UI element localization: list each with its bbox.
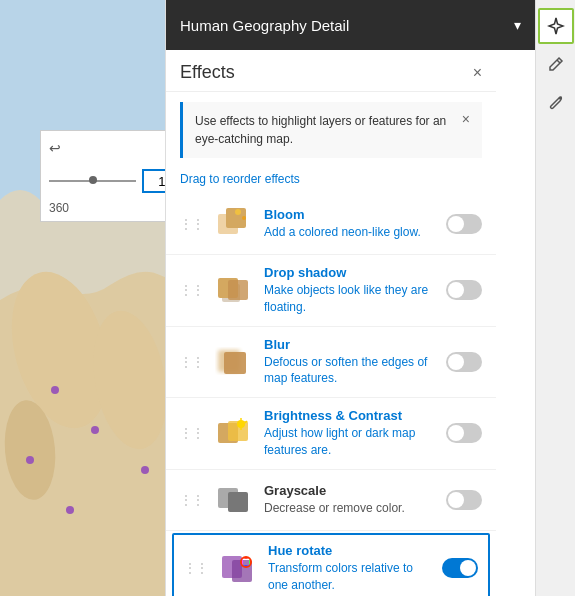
effect-item-blur: ⋮⋮ Blur Defocus or soften the edges of m…: [166, 327, 496, 399]
dropshadow-desc: Make objects look like they are floating…: [264, 282, 436, 316]
effects-info-bar: Use effects to highlight layers or featu…: [180, 102, 482, 158]
grayscale-name: Grayscale: [264, 483, 436, 498]
settings-sidebar-button[interactable]: [538, 84, 574, 120]
effects-sidebar-button[interactable]: [538, 8, 574, 44]
bloom-toggle[interactable]: [446, 214, 482, 234]
panel-header: Human Geography Detail ▾: [166, 0, 535, 50]
effect-item-hue: ⋮⋮ Hue ro: [172, 533, 490, 596]
drag-handle-bloom[interactable]: ⋮⋮: [180, 217, 204, 231]
brightness-info: Brightness & Contrast Adjust how light o…: [264, 408, 436, 459]
effect-item-grayscale: ⋮⋮ Grayscale Decrease or remove color.: [166, 470, 496, 531]
effects-title: Effects: [180, 62, 235, 83]
svg-point-4: [51, 386, 59, 394]
blur-desc: Defocus or soften the edges of map featu…: [264, 354, 436, 388]
brightness-name: Brightness & Contrast: [264, 408, 436, 423]
blur-name: Blur: [264, 337, 436, 352]
grayscale-info: Grayscale Decrease or remove color.: [264, 483, 436, 517]
brightness-icon: [214, 413, 254, 453]
effects-panel: Effects × Use effects to highlight layer…: [166, 50, 496, 596]
svg-rect-28: [228, 492, 248, 512]
bloom-name: Bloom: [264, 207, 436, 222]
grayscale-icon: [214, 480, 254, 520]
brightness-desc: Adjust how light or dark map features ar…: [264, 425, 436, 459]
drag-handle-dropshadow[interactable]: ⋮⋮: [180, 283, 204, 297]
main-panel: Human Geography Detail ▾ Effects × Use e…: [165, 0, 535, 596]
wrench-icon: [548, 94, 564, 110]
blur-toggle[interactable]: [446, 352, 482, 372]
brightness-toggle[interactable]: [446, 423, 482, 443]
effects-header: Effects ×: [166, 50, 496, 92]
bloom-icon: [214, 204, 254, 244]
effects-close-button[interactable]: ×: [473, 65, 482, 81]
effects-info-text: Use effects to highlight layers or featu…: [195, 112, 454, 148]
svg-point-8: [66, 506, 74, 514]
svg-point-14: [235, 209, 241, 215]
dropshadow-icon: [214, 270, 254, 310]
pencil-icon: [548, 56, 564, 72]
svg-marker-9: [549, 18, 563, 34]
effects-list: ⋮⋮ Bloom Add a colored neon-like glow.: [166, 194, 496, 596]
grayscale-toggle[interactable]: [446, 490, 482, 510]
dropshadow-name: Drop shadow: [264, 265, 436, 280]
drag-handle-brightness[interactable]: ⋮⋮: [180, 426, 204, 440]
svg-rect-20: [224, 352, 246, 374]
dropshadow-toggle[interactable]: [446, 280, 482, 300]
right-sidebar: [535, 0, 575, 596]
bloom-info: Bloom Add a colored neon-like glow.: [264, 207, 436, 241]
blur-icon: [214, 342, 254, 382]
hue-toggle[interactable]: [442, 558, 478, 578]
hue-info: Hue rotate Transform colors relative to …: [268, 543, 432, 594]
svg-point-6: [141, 466, 149, 474]
grayscale-desc: Decrease or remove color.: [264, 500, 436, 517]
panel-title: Human Geography Detail: [180, 17, 349, 34]
sparkle-icon: [547, 17, 565, 35]
rotation-reset-button[interactable]: ↩: [49, 140, 61, 156]
effect-item-bloom: ⋮⋮ Bloom Add a colored neon-like glow.: [166, 194, 496, 255]
drag-handle-grayscale[interactable]: ⋮⋮: [180, 493, 204, 507]
effect-item-dropshadow: ⋮⋮ Drop shadow Make objects look like th…: [166, 255, 496, 327]
edit-sidebar-button[interactable]: [538, 46, 574, 82]
svg-point-23: [237, 420, 245, 428]
hue-icon: [218, 548, 258, 588]
panel-chevron[interactable]: ▾: [514, 17, 521, 33]
bloom-desc: Add a colored neon-like glow.: [264, 224, 436, 241]
svg-point-7: [26, 456, 34, 464]
svg-rect-18: [228, 280, 248, 300]
hue-desc: Transform colors relative to one another…: [268, 560, 432, 594]
effects-info-close-button[interactable]: ×: [462, 112, 470, 126]
dropshadow-info: Drop shadow Make objects look like they …: [264, 265, 436, 316]
rotation-slider[interactable]: [49, 180, 136, 182]
svg-point-15: [242, 216, 246, 220]
hue-name: Hue rotate: [268, 543, 432, 558]
drag-handle-blur[interactable]: ⋮⋮: [180, 355, 204, 369]
svg-point-11: [558, 97, 561, 100]
drag-hint: Drag to reorder effects: [166, 168, 496, 194]
svg-line-10: [557, 60, 560, 63]
svg-point-5: [91, 426, 99, 434]
drag-handle-hue[interactable]: ⋮⋮: [184, 561, 208, 575]
blur-info: Blur Defocus or soften the edges of map …: [264, 337, 436, 388]
effect-item-brightness: ⋮⋮ Brightness & Contrast Adjust how ligh: [166, 398, 496, 470]
